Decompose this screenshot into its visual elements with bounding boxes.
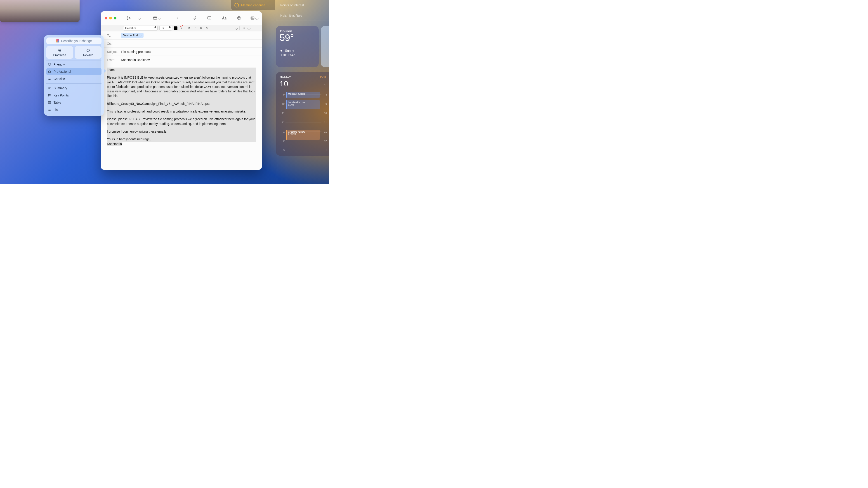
- window-close-button[interactable]: [105, 17, 107, 20]
- transform-list[interactable]: List: [46, 106, 101, 113]
- from-row[interactable]: From: Konstantin Babichev: [101, 56, 262, 64]
- calendar-date-tomorrow: 1: [324, 83, 326, 88]
- text-color-swatch[interactable]: [174, 26, 178, 30]
- subject-input[interactable]: File naming protocols: [121, 50, 151, 54]
- italic-button[interactable]: I: [193, 26, 197, 30]
- to-row[interactable]: To: Design Pod: [101, 31, 262, 39]
- list-style-button[interactable]: [230, 27, 233, 30]
- writing-tools-popover: Describe your change Proofread Rewrite F…: [44, 35, 104, 116]
- calendar-hour-row: 1110: [278, 108, 327, 118]
- body-line: Please. It is IMPOSSIBLE to keep assets …: [107, 75, 256, 98]
- from-value: Konstantin Babichev: [121, 58, 150, 62]
- weather-widget[interactable]: Tiburon 59° Sunny H:70° L:54°: [276, 26, 319, 67]
- svg-point-7: [59, 49, 61, 51]
- weather-cond: Sunny: [285, 49, 294, 53]
- emoji-button[interactable]: [235, 15, 243, 21]
- proofread-button[interactable]: Proofread: [46, 46, 73, 59]
- to-label: To:: [107, 34, 121, 37]
- notes-widget: Points of Interest Naismith's Rule: [276, 0, 329, 21]
- body-line: I promise I don't enjoy writing these em…: [107, 129, 256, 134]
- font-family-select[interactable]: Helvetica: [123, 26, 158, 31]
- calendar-date-today: 10: [280, 79, 288, 88]
- font-size-select[interactable]: 12: [159, 26, 172, 31]
- weather-city: Tiburon: [280, 29, 315, 33]
- desktop-photo-widget: [0, 0, 80, 22]
- align-left-button[interactable]: [213, 27, 216, 30]
- from-label: From:: [107, 58, 121, 62]
- calendar-hour-row: 1211: [278, 118, 327, 127]
- indent-chevron[interactable]: [247, 26, 251, 30]
- cc-label: Cc:: [107, 42, 121, 45]
- transform-table[interactable]: Table: [46, 99, 101, 106]
- svg-point-13: [49, 94, 49, 95]
- tone-professional[interactable]: Professional: [46, 68, 101, 75]
- window-zoom-button[interactable]: [114, 17, 116, 20]
- calendar-day-label: MONDAY: [280, 75, 292, 78]
- tone-concise[interactable]: Concise: [46, 75, 101, 83]
- calendar-hour-row: 42: [278, 155, 327, 156]
- header-fields-button[interactable]: [153, 15, 161, 21]
- align-right-button[interactable]: [223, 27, 226, 30]
- svg-rect-1: [208, 17, 211, 19]
- send-button[interactable]: [125, 15, 133, 21]
- body-line: Billboard_CrosbySt_NewCampaign_Final_v81…: [107, 101, 256, 106]
- window-minimize-button[interactable]: [109, 17, 112, 20]
- transform-keypoints[interactable]: Key Points: [46, 92, 101, 99]
- svg-rect-16: [49, 101, 51, 103]
- markup-button[interactable]: [205, 15, 213, 21]
- subject-row[interactable]: Subject: File naming protocols: [101, 48, 262, 56]
- calendar-tomorrow-label: TOM: [320, 75, 326, 78]
- send-options-chevron[interactable]: [135, 15, 143, 21]
- photo-browser-button[interactable]: [250, 15, 258, 21]
- sun-icon: [280, 49, 283, 53]
- svg-point-15: [49, 96, 49, 96]
- body-line: Team,: [107, 68, 256, 72]
- align-center-button[interactable]: [218, 27, 221, 30]
- subject-label: Subject:: [107, 50, 121, 54]
- rewrite-button[interactable]: Rewrite: [75, 46, 101, 59]
- weather-hilo: H:70° L:54°: [280, 53, 315, 57]
- strike-button[interactable]: S: [205, 26, 209, 30]
- format-button[interactable]: Aa: [220, 15, 228, 21]
- clear-style-button[interactable]: a: [179, 26, 183, 30]
- calendar-hour-row: 31: [278, 145, 327, 155]
- reply-button[interactable]: [175, 15, 183, 21]
- notes-item[interactable]: Points of Interest: [276, 0, 329, 10]
- format-bar: Helvetica 12 a B I U S ⇥: [101, 25, 262, 31]
- svg-point-14: [49, 95, 49, 96]
- reminders-meeting-label: Meeting cadence: [241, 3, 266, 7]
- underline-button[interactable]: U: [199, 26, 203, 30]
- weather-temp: 59°: [280, 33, 315, 42]
- notes-item[interactable]: Naismith's Rule: [276, 10, 329, 21]
- body-line: This is lazy, unprofessional, and could …: [107, 109, 256, 113]
- svg-point-3: [239, 18, 239, 18]
- calendar-event[interactable]: Monday huddle: [286, 92, 320, 98]
- tone-friendly[interactable]: Friendly: [46, 61, 101, 68]
- cc-row[interactable]: Cc:: [101, 39, 262, 48]
- svg-rect-12: [49, 71, 51, 72]
- sparkle-icon: [56, 39, 59, 42]
- body-line: Please, please, PLEASE review the file n…: [107, 117, 256, 126]
- calendar-widget[interactable]: MONDAY TOM 10 1 98109111012111112123142M…: [276, 72, 329, 156]
- transform-summary[interactable]: Summary: [46, 85, 101, 92]
- message-body[interactable]: Team, Please. It is IMPOSSIBLE to keep a…: [101, 64, 262, 170]
- list-style-chevron[interactable]: [235, 26, 238, 30]
- reminders-meeting-item[interactable]: Meeting cadence: [231, 0, 275, 10]
- svg-point-4: [240, 18, 240, 18]
- clock-widget[interactable]: [321, 26, 329, 67]
- svg-point-10: [49, 64, 49, 64]
- calendar-event[interactable]: Lunch with Lou11AM: [286, 100, 320, 109]
- window-titlebar: Aa: [101, 11, 262, 25]
- recipient-chip[interactable]: Design Pod: [121, 33, 144, 38]
- attach-button[interactable]: [190, 15, 198, 21]
- svg-point-2: [238, 17, 241, 20]
- indent-button[interactable]: ⇥: [241, 26, 246, 30]
- body-line: Konstantin: [107, 142, 122, 146]
- describe-change-placeholder: Describe your change: [61, 39, 92, 43]
- circle-icon: [235, 3, 239, 7]
- calendar-event[interactable]: Creative review2:30PM: [286, 130, 320, 140]
- bold-button[interactable]: B: [187, 26, 191, 30]
- body-line: Yours in barely-contained rage,: [107, 137, 256, 141]
- describe-change-field[interactable]: Describe your change: [46, 37, 101, 44]
- svg-rect-0: [153, 17, 157, 20]
